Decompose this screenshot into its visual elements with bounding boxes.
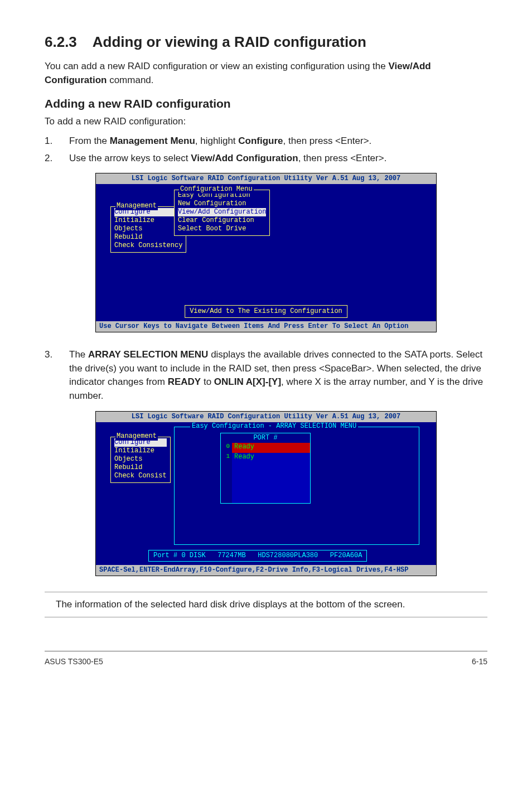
footer-left: ASUS TS300-E5	[45, 657, 103, 666]
port-row-0[interactable]: 0 Ready	[221, 443, 310, 453]
help-footer: SPACE-Sel,ENTER-EndArray,F10-Configure,F…	[96, 565, 436, 576]
management-menu: Management Configure Initialize Objects …	[110, 437, 171, 483]
mgmt-item-objects[interactable]: Objects	[114, 455, 167, 463]
note-text: The information of the selected hard dis…	[56, 598, 405, 611]
utility-titlebar: LSI Logic Software RAID Configuration Ut…	[96, 173, 436, 184]
cfg-item-view-add[interactable]: View/Add Configuration	[178, 208, 266, 216]
mgmt-item-check[interactable]: Check Consist	[114, 472, 167, 480]
port-row-1[interactable]: 1 Ready	[221, 453, 310, 463]
mgmt-item-initialize[interactable]: Initialize	[114, 216, 182, 225]
disk-info: Port # 0 DISK 77247MB HDS728080PLA380 PF…	[148, 550, 367, 562]
port-row-empty	[221, 463, 310, 473]
array-selection-menu: Easy Configuration - ARRAY SELECTION MEN…	[174, 427, 419, 545]
cfg-item-boot[interactable]: Select Boot Drive	[178, 225, 266, 233]
port-row-empty	[221, 473, 310, 483]
note-callout: The information of the selected hard dis…	[45, 592, 487, 617]
section-heading: 6.2.3 Adding or viewing a RAID configura…	[45, 33, 487, 51]
array-selection-label: Easy Configuration - ARRAY SELECTION MEN…	[190, 422, 358, 431]
cfg-item-clear[interactable]: Clear Configuration	[178, 216, 266, 225]
configuration-menu-label: Configuration Menu	[179, 185, 254, 194]
configuration-menu: Configuration Menu Easy Configuration Ne…	[174, 190, 270, 236]
status-message: View/Add to The Existing Configuration	[185, 305, 347, 318]
port-row-empty	[221, 483, 310, 493]
mgmt-item-rebuild[interactable]: Rebuild	[114, 233, 182, 241]
management-menu-label: Management	[115, 202, 158, 210]
step-3: 3. The ARRAY SELECTION MENU displays the…	[45, 348, 487, 403]
footer-right: 6-15	[472, 657, 487, 666]
lead-text: To add a new RAID configuration:	[45, 115, 487, 129]
mgmt-item-rebuild[interactable]: Rebuild	[114, 463, 167, 472]
port-header: PORT #	[221, 433, 310, 443]
step-2: 2. Use the arrow keys to select View/Add…	[45, 152, 487, 166]
help-footer: Use Cursor Keys to Navigate Between Item…	[96, 321, 436, 332]
mgmt-item-initialize[interactable]: Initialize	[114, 447, 167, 455]
screenshot-view-add-config: LSI Logic Software RAID Configuration Ut…	[95, 173, 437, 332]
port-list: PORT # 0 Ready 1 Ready	[220, 433, 311, 504]
page-footer: ASUS TS300-E5 6-15	[45, 651, 487, 666]
section-number: 6.2.3	[45, 33, 77, 50]
steps-list: 1. From the Management Menu, highlight C…	[45, 134, 487, 165]
utility-titlebar: LSI Logic Software RAID Configuration Ut…	[96, 412, 436, 422]
step-1: 1. From the Management Menu, highlight C…	[45, 134, 487, 148]
subheading: Adding a new RAID configuration	[45, 97, 487, 110]
intro-paragraph: You can add a new RAID configuration or …	[45, 60, 487, 87]
steps-list-cont: 3. The ARRAY SELECTION MENU displays the…	[45, 348, 487, 403]
screenshot-array-selection: LSI Logic Software RAID Configuration Ut…	[95, 411, 437, 576]
cfg-item-new[interactable]: New Configuration	[178, 200, 266, 208]
mgmt-item-check[interactable]: Check Consistency	[114, 241, 182, 250]
management-menu-label: Management	[115, 432, 158, 441]
section-title-text: Adding or viewing a RAID configuration	[93, 33, 366, 50]
port-row-empty	[221, 493, 310, 503]
mgmt-item-objects[interactable]: Objects	[114, 225, 182, 233]
